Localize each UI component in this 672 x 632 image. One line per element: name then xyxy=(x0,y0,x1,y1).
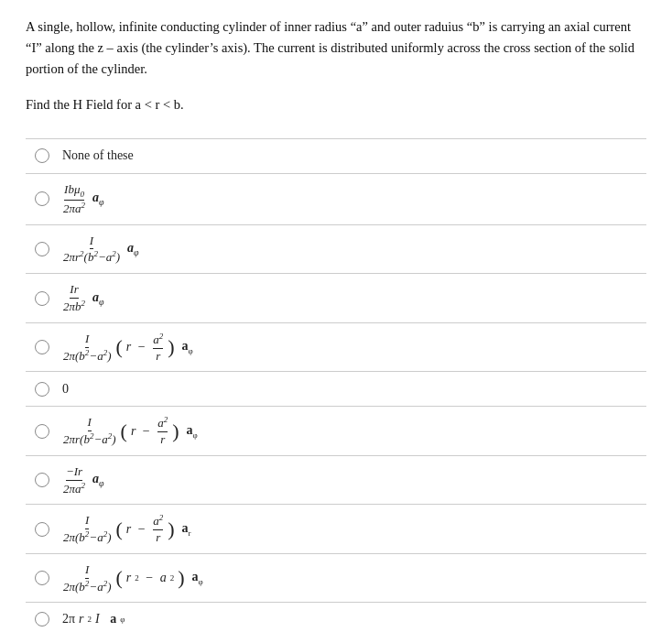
option-2-label: Ibμ0 2πa2 aφ xyxy=(62,182,104,216)
option-6-label: 0 xyxy=(62,382,69,397)
option-8[interactable]: −Ir 2πa2 aφ xyxy=(26,455,646,505)
option-11-label: 2πr2I aφ xyxy=(62,612,125,627)
radio-1[interactable] xyxy=(35,148,49,163)
option-8-label: −Ir 2πa2 aφ xyxy=(62,464,104,496)
option-10-label: I 2π(b2−a2) ( r2 − a2 ) aφ xyxy=(62,562,203,594)
option-1-label: None of these xyxy=(62,148,134,163)
option-4-label: Ir 2πb2 aφ xyxy=(62,282,104,314)
option-5[interactable]: I 2π(b2−a2) ( r − a2 r ) aφ xyxy=(26,322,646,372)
option-2[interactable]: Ibμ0 2πa2 aφ xyxy=(26,173,646,224)
option-7[interactable]: I 2πr(b2−a2) ( r − a2 r ) aφ xyxy=(26,406,646,455)
options-list: None of these Ibμ0 2πa2 aφ I 2πr2(b2−a2)… xyxy=(26,138,646,632)
radio-2[interactable] xyxy=(35,191,49,206)
option-9-label: I 2π(b2−a2) ( r − a2 r ) ar xyxy=(62,513,190,545)
option-3[interactable]: I 2πr2(b2−a2) aφ xyxy=(26,224,646,274)
radio-6[interactable] xyxy=(35,382,49,397)
radio-9[interactable] xyxy=(35,522,49,537)
option-9[interactable]: I 2π(b2−a2) ( r − a2 r ) ar xyxy=(26,504,646,553)
radio-5[interactable] xyxy=(35,340,49,354)
option-6[interactable]: 0 xyxy=(26,371,646,406)
radio-7[interactable] xyxy=(35,424,49,439)
radio-11[interactable] xyxy=(35,612,49,627)
option-7-label: I 2πr(b2−a2) ( r − a2 r ) aφ xyxy=(62,415,198,447)
problem-text: A single, hollow, infinite conducting cy… xyxy=(26,16,646,81)
option-11[interactable]: 2πr2I aφ xyxy=(26,602,646,632)
radio-4[interactable] xyxy=(35,291,49,306)
radio-10[interactable] xyxy=(35,571,49,585)
option-5-label: I 2π(b2−a2) ( r − a2 r ) aφ xyxy=(62,332,193,364)
option-3-label: I 2πr2(b2−a2) aφ xyxy=(62,234,139,266)
option-1[interactable]: None of these xyxy=(26,138,646,173)
option-4[interactable]: Ir 2πb2 aφ xyxy=(26,273,646,322)
radio-3[interactable] xyxy=(35,242,49,256)
find-text: Find the H Field for a < r < b. xyxy=(26,97,646,113)
option-10[interactable]: I 2π(b2−a2) ( r2 − a2 ) aφ xyxy=(26,553,646,603)
radio-8[interactable] xyxy=(35,473,49,487)
